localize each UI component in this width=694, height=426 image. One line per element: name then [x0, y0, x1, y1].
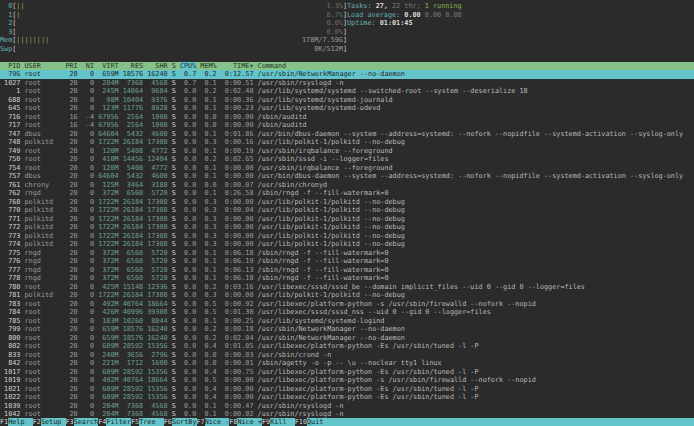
cell-state: S [172, 147, 176, 156]
process-row[interactable]: 645 root 20 0 123M 11776 8928 S 0.0 0.1 … [0, 104, 694, 113]
cell-mem: 0.1 [200, 147, 216, 156]
cell-cpu: 0.0 [180, 130, 196, 139]
cell-res: 5432 [123, 130, 143, 139]
function-key[interactable]: F9Kill [262, 418, 295, 426]
function-key[interactable]: F3Search [66, 418, 99, 426]
cell-user: polkitd [25, 198, 62, 207]
process-row[interactable]: 1 root 20 0 245M 14064 9684 S 0.0 0.2 0:… [0, 87, 694, 96]
cell-res: 6560 [123, 274, 143, 283]
cell-state: S [172, 402, 176, 411]
process-row[interactable]: 750 root 20 0 410M 14456 12404 S 0.0 0.2… [0, 155, 694, 164]
process-row[interactable]: 842 root 20 0 221M 1712 1600 S 0.0 0.0 0… [0, 359, 694, 368]
process-row[interactable]: 768 polkitd 20 0 1722M 26184 17308 S 0.0… [0, 198, 694, 207]
cell-user: polkitd [25, 223, 62, 232]
cell-mem: 0.1 [200, 189, 216, 198]
cell-command: /usr/sbin/rsyslogd -n [258, 402, 694, 411]
process-row[interactable]: 1039 root 20 0 204M 7368 4568 S 0.0 0.1 … [0, 402, 694, 411]
process-row[interactable]: 1019 root 20 0 492M 40764 18664 S 0.0 0.… [0, 376, 694, 385]
column-header-command[interactable]: Command [258, 62, 694, 71]
process-row[interactable]: 778 rngd 20 0 372M 6560 5720 S 0.0 0.1 0… [0, 274, 694, 283]
process-row[interactable]: 716 root 16 -4 67956 2564 1000 S 0.0 0.0… [0, 113, 694, 122]
process-row[interactable]: 776 rngd 20 0 372M 6560 5720 S 0.0 0.1 0… [0, 257, 694, 266]
process-row[interactable]: 754 root 20 0 120M 5408 4772 S 0.0 0.1 0… [0, 164, 694, 173]
cell-state: S [172, 181, 176, 190]
cell-user: polkitd [25, 291, 62, 300]
process-row[interactable]: 748 polkitd 20 0 1722M 26184 17308 S 0.0… [0, 138, 694, 147]
cell-cpu: 0.0 [180, 359, 196, 368]
function-key[interactable]: F4Filter [98, 418, 131, 426]
function-key[interactable]: F8Nice + [229, 418, 262, 426]
process-row[interactable]: 785 root 20 0 103M 10260 8044 S 0.0 0.1 … [0, 317, 694, 326]
cell-cpu: 0.0 [180, 189, 196, 198]
process-row[interactable]: 1017 root 20 0 609M 28592 15356 S 0.0 0.… [0, 368, 694, 377]
cell-state: S [172, 274, 176, 283]
cell-res: 2564 [123, 121, 143, 130]
function-key[interactable]: F5Tree [131, 418, 164, 426]
column-header-ni[interactable]: NI [82, 62, 94, 71]
process-row[interactable]: 784 root 20 0 426M 40996 39308 S 0.0 0.5… [0, 308, 694, 317]
process-row[interactable]: 796 root 20 0 659M 18576 16240 S 0.7 0.2… [0, 70, 694, 79]
cell-ni: 0 [82, 300, 94, 309]
cell-virt: 125M [98, 181, 118, 190]
column-header-virt[interactable]: VIRT [98, 62, 118, 71]
column-header-mem[interactable]: MEM% [200, 62, 216, 71]
cell-shr: 5720 [147, 257, 167, 266]
cell-ni: 0 [82, 249, 94, 258]
process-row[interactable]: 770 polkitd 20 0 1722M 26184 17308 S 0.0… [0, 206, 694, 215]
column-header-shr[interactable]: SHR [147, 62, 167, 71]
process-row[interactable]: 775 rngd 20 0 372M 6560 5720 S 0.0 0.1 0… [0, 249, 694, 258]
column-header-pri[interactable]: PRI [65, 62, 77, 71]
cell-virt: 372M [98, 274, 118, 283]
process-row[interactable]: 761 chrony 20 0 125M 3464 3188 S 0.0 0.0… [0, 181, 694, 190]
process-row[interactable]: 774 polkitd 20 0 1722M 26184 17308 S 0.0… [0, 240, 694, 249]
function-key[interactable]: F10Quit [295, 418, 332, 426]
process-row[interactable]: 749 root 20 0 120M 5408 4772 S 0.0 0.1 0… [0, 147, 694, 156]
cell-state: S [172, 308, 176, 317]
process-row[interactable]: 717 root 16 -4 67956 2564 1000 S 0.0 0.0… [0, 121, 694, 130]
process-row[interactable]: 802 root 20 0 609M 28592 15356 S 0.0 0.4… [0, 342, 694, 351]
cell-state: S [172, 215, 176, 224]
column-header-time[interactable]: TIME+ [221, 62, 254, 71]
cell-time: 0:01.30 [221, 308, 254, 317]
memory-meter: Mem[||||||||178M/7.59G] [0, 36, 347, 45]
cell-shr: 5720 [147, 274, 167, 283]
function-key[interactable]: F6SortBy [164, 418, 197, 426]
cell-user: rngd [25, 189, 62, 198]
cpu-meter-value: 0.7% [327, 11, 343, 20]
function-key[interactable]: F1Help [0, 418, 33, 426]
cell-state: S [172, 359, 176, 368]
column-header-cpu-sort[interactable]: CPU% [180, 62, 196, 71]
process-row[interactable]: 800 root 20 0 659M 18576 16240 S 0.0 0.2… [0, 334, 694, 343]
function-key[interactable]: F7Nice - [197, 418, 230, 426]
cell-cpu: 0.0 [180, 206, 196, 215]
function-key[interactable]: F2Setup [33, 418, 66, 426]
column-header-res[interactable]: RES [123, 62, 143, 71]
cell-state: S [172, 266, 176, 275]
process-row[interactable]: 762 rngd 20 0 372M 6560 5720 S 0.0 0.1 0… [0, 189, 694, 198]
column-header-pid[interactable]: PID [0, 62, 20, 71]
process-row[interactable]: 773 polkitd 20 0 1722M 26184 17308 S 0.0… [0, 232, 694, 241]
process-row[interactable]: 771 polkitd 20 0 1722M 26184 17308 S 0.0… [0, 215, 694, 224]
process-row[interactable]: 688 root 20 0 98M 10404 9376 S 0.0 0.1 0… [0, 96, 694, 105]
process-row[interactable]: 1021 root 20 0 609M 28592 15356 S 0.0 0.… [0, 385, 694, 394]
cell-ni: 0 [82, 368, 94, 377]
column-header-state[interactable]: S [172, 62, 176, 71]
cell-shr: 17308 [147, 198, 167, 207]
process-row[interactable]: 781 polkitd 20 0 1722M 26184 17308 S 0.0… [0, 291, 694, 300]
cell-mem: 0.4 [200, 385, 216, 394]
process-row[interactable]: 799 root 20 0 659M 18576 16240 S 0.0 0.2… [0, 325, 694, 334]
process-row[interactable]: 777 rngd 20 0 372M 6560 5720 S 0.0 0.1 0… [0, 266, 694, 275]
cell-pri: 20 [65, 368, 77, 377]
process-row[interactable]: 747 dbus 20 0 64604 5432 4600 S 0.0 0.1 … [0, 130, 694, 139]
process-row[interactable]: 783 root 20 0 492M 40764 18664 S 0.0 0.5… [0, 300, 694, 309]
column-header-user[interactable]: USER [25, 62, 62, 71]
process-row[interactable]: 1027 root 20 0 204M 7368 4568 S 0.7 0.1 … [0, 79, 694, 88]
process-row[interactable]: 833 root 20 0 240M 3656 2796 S 0.0 0.0 0… [0, 351, 694, 360]
cpu-meter-label: 3 [0, 28, 12, 37]
process-row[interactable]: 780 root 20 0 425M 15148 12336 S 0.0 0.2… [0, 283, 694, 292]
process-row[interactable]: 772 polkitd 20 0 1722M 26184 17308 S 0.0… [0, 223, 694, 232]
cell-user: rngd [25, 257, 62, 266]
process-row[interactable]: 1022 root 20 0 609M 28592 15356 S 0.0 0.… [0, 393, 694, 402]
cell-res: 6560 [123, 257, 143, 266]
process-row[interactable]: 757 dbus 20 0 64604 5432 4600 S 0.0 0.1 … [0, 172, 694, 181]
